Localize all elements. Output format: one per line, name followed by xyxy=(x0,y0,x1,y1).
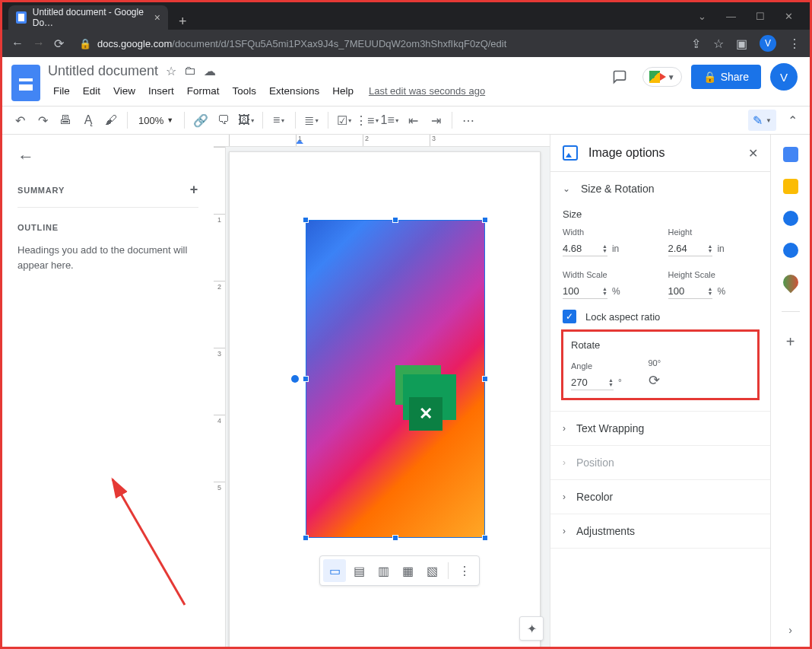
share-url-icon[interactable]: ⇪ xyxy=(691,37,701,51)
cloud-icon[interactable]: ☁ xyxy=(204,64,216,78)
menu-view[interactable]: View xyxy=(108,82,141,100)
last-edit-link[interactable]: Last edit was seconds ago xyxy=(369,85,485,97)
collapse-rail-button[interactable]: › xyxy=(788,624,792,636)
height-scale-stepper[interactable]: ▲▼ xyxy=(708,287,713,296)
close-panel-button[interactable]: ✕ xyxy=(748,146,758,161)
menu-insert[interactable]: Insert xyxy=(143,82,179,100)
resize-handle-sw[interactable] xyxy=(303,535,309,541)
menu-file[interactable]: File xyxy=(48,82,75,100)
close-tab-icon[interactable]: × xyxy=(154,11,160,24)
menu-extensions[interactable]: Extensions xyxy=(264,82,325,100)
behind-text-button[interactable]: ▦ xyxy=(396,559,419,582)
close-window-icon[interactable]: ✕ xyxy=(785,11,793,22)
kebab-menu-icon[interactable]: ⋮ xyxy=(788,37,801,51)
new-tab-button[interactable]: + xyxy=(168,14,198,30)
keep-icon[interactable] xyxy=(783,179,798,194)
align-button[interactable]: ≡▼ xyxy=(269,110,289,130)
resize-handle-n[interactable] xyxy=(392,217,398,223)
horizontal-ruler[interactable]: 123 xyxy=(214,135,550,147)
chevron-down-icon[interactable]: ⌄ xyxy=(698,11,706,22)
menu-help[interactable]: Help xyxy=(327,82,359,100)
print-button[interactable]: 🖶 xyxy=(56,110,75,130)
link-button[interactable]: 🔗 xyxy=(191,110,211,130)
profile-avatar[interactable]: V xyxy=(760,35,776,52)
add-summary-button[interactable]: + xyxy=(190,182,198,198)
sidepanel-icon[interactable]: ▣ xyxy=(736,37,747,51)
image-more-button[interactable]: ⋮ xyxy=(453,559,476,582)
section-size-rotation[interactable]: ⌄ Size & Rotation xyxy=(563,183,758,195)
contacts-icon[interactable] xyxy=(783,243,798,258)
section-adjustments[interactable]: ›Adjustments xyxy=(563,525,758,537)
lock-aspect-checkbox[interactable]: ✓ xyxy=(563,310,576,323)
increase-indent-button[interactable]: ⇥ xyxy=(426,110,446,130)
width-scale-input[interactable] xyxy=(563,285,602,297)
section-text-wrapping[interactable]: ›Text Wrapping xyxy=(563,422,758,434)
paint-format-button[interactable]: 🖌 xyxy=(101,110,121,130)
tasks-icon[interactable] xyxy=(783,211,798,226)
resize-handle-s[interactable] xyxy=(392,535,398,541)
height-input[interactable] xyxy=(668,243,708,254)
more-button[interactable]: ⋯ xyxy=(458,110,478,130)
resize-handle-se[interactable] xyxy=(482,535,488,541)
comments-button[interactable] xyxy=(606,63,633,91)
angle-stepper[interactable]: ▲▼ xyxy=(608,378,614,387)
comment-button[interactable]: 🗨 xyxy=(214,110,233,130)
rotate-90-button[interactable]: ⟳ xyxy=(645,371,665,390)
in-front-button[interactable]: ▧ xyxy=(420,559,443,582)
menu-tools[interactable]: Tools xyxy=(227,82,262,100)
width-scale-stepper[interactable]: ▲▼ xyxy=(602,287,607,296)
editing-mode-button[interactable]: ✎▼ xyxy=(748,110,776,131)
add-addon-button[interactable]: + xyxy=(786,333,795,351)
maps-icon[interactable] xyxy=(779,272,801,293)
height-scale-input[interactable] xyxy=(668,285,708,297)
break-text-button[interactable]: ▥ xyxy=(372,559,395,582)
omnibox[interactable]: 🔒 docs.google.com/document/d/1SFQu5A5mi1… xyxy=(73,38,682,49)
section-position[interactable]: ›Position xyxy=(563,457,758,469)
account-avatar[interactable]: V xyxy=(770,63,798,91)
reload-button[interactable]: ⟳ xyxy=(54,37,64,51)
height-stepper[interactable]: ▲▼ xyxy=(708,244,713,253)
vertical-ruler[interactable]: 12345 xyxy=(214,147,226,647)
rotate-handle[interactable] xyxy=(291,375,299,383)
resize-handle-ne[interactable] xyxy=(482,217,488,223)
spellcheck-button[interactable]: Ą xyxy=(78,110,98,130)
browser-tab[interactable]: Untitled document - Google Do… × xyxy=(8,5,168,30)
inline-button[interactable]: ▭ xyxy=(323,559,346,582)
docs-home-icon[interactable] xyxy=(11,65,40,101)
resize-handle-w[interactable] xyxy=(303,376,309,382)
document-canvas[interactable]: 123 12345 xyxy=(214,135,550,647)
undo-button[interactable]: ↶ xyxy=(10,110,30,130)
back-button[interactable]: ← xyxy=(11,37,24,50)
meet-button[interactable]: ▼ xyxy=(642,67,682,87)
image-button[interactable]: 🖼▼ xyxy=(236,110,256,130)
document-page[interactable]: ✕ ▭ ▤ ▥ ▦ ▧ ⋮ xyxy=(229,151,541,647)
star-icon[interactable]: ☆ xyxy=(166,64,176,78)
resize-handle-e[interactable] xyxy=(482,376,488,382)
checklist-button[interactable]: ☑▼ xyxy=(335,110,354,130)
explore-button[interactable]: ✦ xyxy=(519,616,544,641)
maximize-icon[interactable]: ☐ xyxy=(756,11,765,22)
zoom-select[interactable]: 100%▼ xyxy=(134,115,178,126)
close-outline-button[interactable]: ← xyxy=(17,147,198,167)
selected-image[interactable]: ✕ xyxy=(306,220,485,538)
width-input[interactable] xyxy=(563,243,602,254)
move-icon[interactable]: 🗀 xyxy=(184,64,196,78)
decrease-indent-button[interactable]: ⇤ xyxy=(403,110,423,130)
minimize-icon[interactable]: — xyxy=(726,11,736,22)
numbered-list-button[interactable]: 1≡▼ xyxy=(380,110,400,130)
collapse-toolbar-button[interactable]: ⌃ xyxy=(782,110,802,130)
calendar-icon[interactable] xyxy=(783,147,798,162)
width-stepper[interactable]: ▲▼ xyxy=(602,244,607,253)
menu-edit[interactable]: Edit xyxy=(78,82,106,100)
bulleted-list-button[interactable]: ⋮≡▼ xyxy=(357,110,377,130)
menu-format[interactable]: Format xyxy=(182,82,225,100)
share-button[interactable]: 🔒Share xyxy=(691,65,761,89)
section-recolor[interactable]: ›Recolor xyxy=(563,491,758,503)
resize-handle-nw[interactable] xyxy=(303,217,309,223)
document-title[interactable]: Untitled document xyxy=(48,63,158,79)
redo-button[interactable]: ↷ xyxy=(33,110,52,130)
forward-button[interactable]: → xyxy=(33,37,45,50)
bookmark-icon[interactable]: ☆ xyxy=(713,37,724,51)
wrap-text-button[interactable]: ▤ xyxy=(347,559,370,582)
line-spacing-button[interactable]: ≣▼ xyxy=(302,110,322,130)
